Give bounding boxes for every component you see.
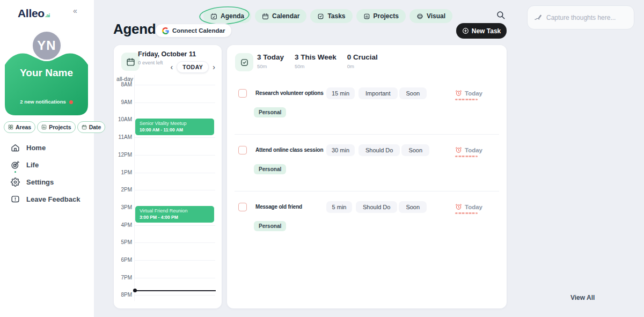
task-due[interactable]: Today [455,203,482,210]
areas-grid-icon [8,124,13,130]
calendar-panel-icon-box [121,53,140,71]
notifications-label[interactable]: 2 new notifications [5,99,88,105]
capture-thoughts-box[interactable] [527,5,634,30]
hour-label: 4PM [114,222,132,228]
capture-thoughts-input[interactable] [546,14,627,21]
sidebar-item-feedback[interactable]: Leave Feedback [11,194,80,204]
today-button[interactable]: TODAY [177,61,209,73]
agenda-icon [210,13,217,20]
calendar-icon [262,13,269,20]
task-checkbox[interactable] [238,89,247,98]
row-divider [235,191,499,191]
summary-this-week: 3 This Week 50m [295,53,336,69]
filter-date[interactable]: Date [77,121,106,133]
calendar-events-left: 0 event left [138,60,163,65]
task-checkbox[interactable] [238,146,247,154]
task-urgency-pill[interactable]: Soon [399,87,427,99]
tab-projects[interactable]: Projects [356,9,406,23]
tasks-panel: 3 Today 50m 3 This Week 50m 0 Crucial 0m… [227,45,507,308]
app-logo: Alleo.ai [18,7,50,20]
task-due-label: Today [465,204,482,210]
hour-label: 6PM [114,257,132,263]
row-divider [235,134,499,135]
filter-projects[interactable]: Projects [37,121,75,133]
hour-label: 8PM [114,292,132,298]
sidebar-nav: Home Life Settings Leave Feedback [11,142,80,204]
sidebar-item-settings[interactable]: Settings [11,176,80,187]
chevron-left-icon[interactable]: ‹ [171,63,173,71]
summary-duration: 0m [347,63,378,69]
hour-line [134,155,215,156]
calendar-nav: ‹ TODAY › [171,61,215,73]
task-title[interactable]: Research volunteer options [255,90,326,96]
hour-label: 12PM [114,152,132,158]
visual-eye-icon [416,13,423,20]
tasks-panel-icon-box [235,53,253,71]
summary-duration: 50m [257,63,284,69]
task-duration-pill[interactable]: 15 min [326,87,355,99]
tab-calendar-label: Calendar [272,12,299,20]
task-tag[interactable]: Personal [254,164,286,174]
hour-label: 8AM [114,82,132,87]
google-g-icon [162,27,169,34]
filter-areas-label: Areas [16,124,31,130]
tab-calendar[interactable]: Calendar [255,9,306,23]
life-active-dot [14,171,16,173]
hour-line [134,137,215,138]
date-calendar-icon [82,124,87,130]
task-row: Attend online class session 30 min Shoul… [227,140,507,197]
calendar-icon [126,57,135,67]
event-title: Virtual Friend Reunion [140,208,210,213]
task-due-label: Today [465,90,482,97]
collapse-sidebar-icon[interactable]: « [73,6,77,15]
connect-calendar-label: Connect Calendar [172,27,225,34]
sidebar-item-settings-label: Settings [26,178,54,186]
summary-count: 3 This Week [295,53,336,61]
check-square-icon [240,58,249,67]
task-checkbox[interactable] [238,203,247,211]
tab-agenda[interactable]: Agenda [203,9,251,23]
task-duration-pill[interactable]: 5 min [326,201,352,213]
task-due[interactable]: Today [455,90,482,97]
sidebar: Alleo.ai « Your Name 2 new notifications… [0,0,94,317]
tab-tasks[interactable]: Tasks [310,9,352,23]
task-due-label: Today [465,147,482,153]
tab-visual-label: Visual [427,12,445,20]
tasks-check-icon [317,13,324,20]
projects-chart-icon [41,124,47,130]
calendar-event[interactable]: Virtual Friend Reunion 3:00 PM - 4:00 PM [135,206,214,223]
calendar-event[interactable]: Senior Vitality Meetup 10:00 AM - 11:00 … [135,119,214,135]
task-urgency-pill[interactable]: Soon [399,201,427,213]
hour-label: 2PM [114,187,132,193]
task-tag[interactable]: Personal [254,221,286,231]
hour-line [134,102,215,103]
task-priority-pill[interactable]: Should Do [358,144,400,156]
task-urgency-pill[interactable]: Soon [401,144,429,156]
task-priority-pill[interactable]: Important [358,87,397,99]
life-target-icon [11,160,20,169]
sidebar-item-home[interactable]: Home [11,142,80,153]
task-duration-pill[interactable]: 30 min [326,144,355,156]
logo-text: Alleo [18,7,45,19]
new-task-button[interactable]: New Task [456,23,507,39]
summary-duration: 50m [295,63,336,69]
chevron-right-icon[interactable]: › [213,63,215,71]
task-title[interactable]: Attend online class session [255,147,326,153]
avatar[interactable]: YN [31,30,62,61]
connect-calendar-button[interactable]: Connect Calendar [155,24,232,38]
task-due[interactable]: Today [455,146,482,153]
hour-line [134,225,215,226]
tab-visual[interactable]: Visual [409,9,452,23]
view-all-link[interactable]: View All [570,294,595,301]
task-summary: 3 Today 50m 3 This Week 50m 0 Crucial 0m [257,53,378,69]
filter-areas[interactable]: Areas [4,121,35,133]
task-tag[interactable]: Personal [254,107,286,117]
sidebar-item-life[interactable]: Life [11,159,80,170]
task-title[interactable]: Message old friend [255,204,326,210]
home-icon [11,143,20,152]
search-icon[interactable] [496,10,506,20]
task-priority-pill[interactable]: Should Do [356,201,397,213]
summary-today: 3 Today 50m [257,53,284,69]
hour-label: 5PM [114,239,132,245]
sidebar-item-home-label: Home [26,144,46,152]
